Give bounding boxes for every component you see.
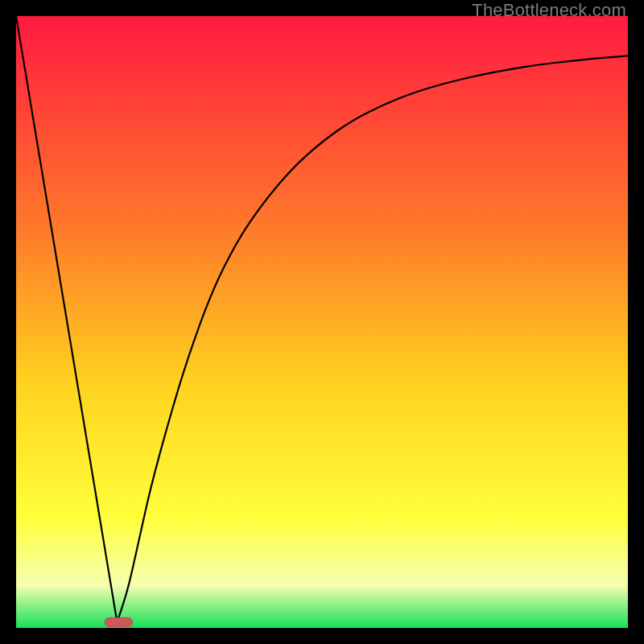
minimum-marker — [105, 617, 132, 626]
plot-frame — [16, 16, 628, 628]
bottleneck-chart — [16, 16, 628, 628]
gradient-background — [16, 16, 628, 628]
watermark-text: TheBottleneck.com — [472, 0, 626, 21]
